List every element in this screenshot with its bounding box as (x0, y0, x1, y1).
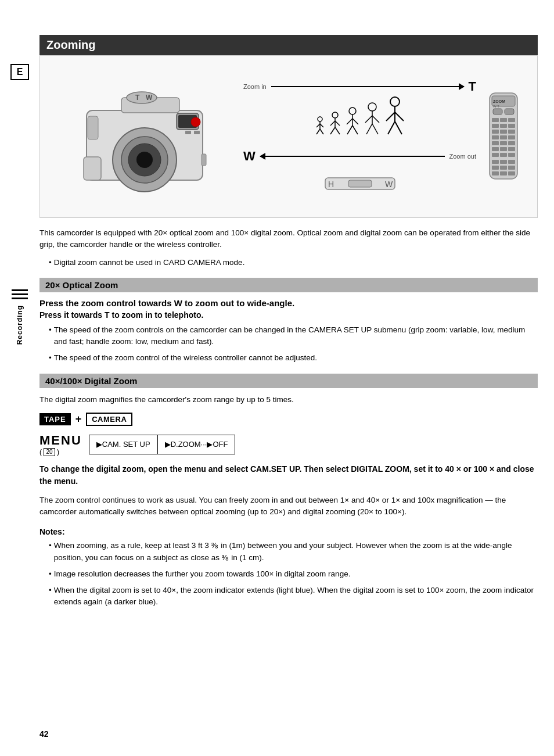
svg-text:W: W (146, 94, 153, 102)
main-content: Zooming (39, 0, 538, 608)
persons-area (314, 96, 406, 135)
svg-rect-16 (202, 154, 206, 166)
svg-rect-86 (508, 171, 515, 175)
svg-text:W         T: W T (493, 105, 499, 108)
svg-point-35 (368, 103, 376, 111)
person-icon-2 (328, 112, 342, 135)
svg-rect-56 (505, 109, 514, 114)
svg-rect-64 (500, 130, 507, 134)
svg-line-39 (366, 124, 372, 134)
svg-rect-74 (508, 147, 515, 151)
svg-line-25 (330, 121, 335, 126)
svg-rect-55 (493, 109, 502, 114)
w-label: W (243, 149, 256, 164)
person-icon-1 (314, 116, 326, 135)
svg-point-23 (332, 112, 338, 118)
recording-label: Recording (16, 305, 24, 345)
svg-rect-75 (492, 153, 499, 157)
svg-rect-48 (348, 180, 372, 187)
svg-rect-70 (500, 141, 507, 145)
camera-badge: CAMERA (86, 413, 132, 426)
person-icon-3 (344, 107, 361, 135)
svg-rect-77 (508, 153, 515, 157)
page: E Recording Zooming (0, 0, 554, 756)
svg-line-44 (395, 112, 404, 121)
optical-zoom-header: 20× Optical Zoom (39, 278, 538, 292)
menu-page-ref: 20 (44, 448, 55, 456)
svg-line-37 (365, 116, 372, 123)
svg-line-38 (372, 116, 379, 123)
note-1: When zooming, as a rule, keep at least 3… (49, 540, 538, 564)
digital-zoom-body1: The zoom control continues to work as us… (39, 495, 538, 518)
svg-text:W: W (385, 180, 393, 189)
person-icon-5 (384, 96, 406, 135)
svg-line-40 (372, 124, 378, 134)
svg-rect-58 (500, 118, 507, 122)
remote-control: ZOOM W T (482, 90, 526, 183)
notes-header: Notes: (39, 527, 538, 536)
menu-ref: ( 20 ) (39, 448, 82, 456)
svg-rect-81 (492, 166, 499, 170)
svg-line-33 (347, 126, 352, 134)
svg-rect-80 (508, 160, 515, 164)
svg-rect-76 (500, 153, 507, 157)
tape-badge: TAPE (39, 413, 71, 425)
note-2: Image resolution decreases the further y… (49, 568, 538, 580)
svg-line-26 (335, 121, 340, 126)
svg-point-4 (136, 152, 153, 168)
svg-rect-12 (84, 157, 101, 180)
svg-rect-85 (500, 171, 507, 175)
digital-zoom-header: 40×/100× Digital Zoom (39, 374, 538, 388)
svg-point-41 (390, 97, 400, 106)
person-icon-4 (363, 102, 382, 135)
grip-illustration: H W (322, 173, 398, 194)
svg-rect-57 (492, 118, 499, 122)
svg-line-20 (320, 124, 323, 127)
menu-cell-1: ▶CAM. SET UP (89, 435, 158, 454)
svg-rect-73 (500, 147, 507, 151)
optical-zoom-title2: Press it towards T to zoom in to telepho… (39, 310, 538, 320)
svg-line-46 (395, 121, 402, 134)
svg-line-43 (386, 112, 395, 121)
page-number: 42 (39, 729, 49, 739)
svg-text:T: T (135, 94, 140, 102)
menu-box: ▶CAM. SET UP ▶D.ZOOM···▶OFF (89, 435, 236, 454)
svg-rect-83 (508, 166, 515, 170)
svg-rect-15 (194, 131, 200, 134)
svg-rect-67 (500, 135, 507, 139)
bottom-arrows-area: W Zoom out (243, 149, 476, 164)
sidebar-lines (12, 289, 28, 299)
sidebar-line (12, 298, 28, 299)
menu-section: MENU ( 20 ) ▶CAM. SET UP ▶D.ZOOM···▶OFF (39, 433, 538, 456)
t-label: T (469, 79, 476, 94)
optical-zoom-bullet2: The speed of the zoom control of the wir… (49, 352, 538, 364)
optical-zoom-title1: Press the zoom control towards W to zoom… (39, 298, 538, 308)
svg-line-28 (335, 127, 340, 134)
digital-zoom-intro: The digital zoom magnifies the camcorder… (39, 394, 538, 406)
svg-rect-61 (500, 124, 507, 128)
svg-rect-11 (88, 116, 98, 139)
svg-rect-78 (492, 160, 499, 164)
svg-line-22 (320, 129, 323, 134)
svg-line-19 (316, 124, 320, 127)
note-3: When the digital zoom is set to 40×, the… (49, 585, 538, 608)
zoom-diagram-center: Zoom in T (238, 79, 482, 194)
svg-rect-65 (508, 130, 515, 134)
svg-rect-66 (492, 135, 499, 139)
top-arrows-area: Zoom in T (243, 79, 476, 94)
svg-rect-62 (508, 124, 515, 128)
camera-illustration: T W (52, 70, 238, 203)
zoom-out-label: Zoom out (449, 153, 476, 160)
e-box: E (10, 64, 29, 80)
menu-word: MENU (39, 433, 82, 448)
left-sidebar: E Recording (0, 0, 39, 756)
section-header: Zooming (39, 35, 538, 55)
diagram-area: T W Zoom i (39, 55, 538, 218)
zoom-in-label: Zoom in (243, 83, 267, 90)
svg-rect-60 (492, 124, 499, 128)
svg-rect-72 (492, 147, 499, 151)
instruction-text: To change the digital zoom, open the men… (39, 463, 538, 488)
svg-line-21 (316, 129, 320, 134)
plus-sign: + (75, 413, 82, 425)
svg-line-45 (388, 121, 395, 134)
